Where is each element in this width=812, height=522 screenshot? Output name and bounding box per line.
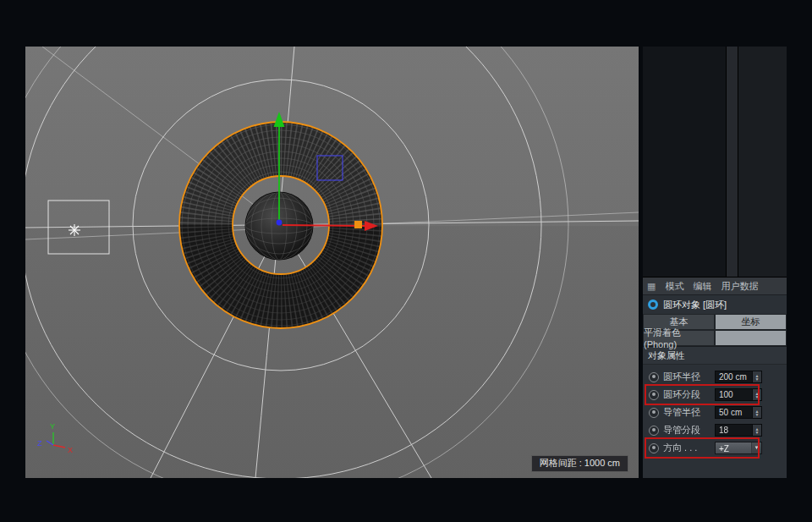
object-manager-column xyxy=(738,47,787,277)
panel-grid-icon: ▦ xyxy=(647,281,656,292)
menu-tab-userdata[interactable]: 用户数据 xyxy=(721,280,758,293)
scene-marker-icon xyxy=(69,224,80,236)
tab-phong[interactable]: 平滑着色(Phong) xyxy=(643,330,715,346)
radio-icon[interactable] xyxy=(649,408,659,418)
right-panel: ▦ 模式 编辑 用户数据 圆环对象 [圆环] 基本 坐标 平滑着色(Phong)… xyxy=(643,47,787,478)
axis-label-y: Y xyxy=(50,422,55,431)
chevron-down-icon: ▼ xyxy=(751,442,761,453)
attributes-panel: ▦ 模式 编辑 用户数据 圆环对象 [圆环] 基本 坐标 平滑着色(Phong)… xyxy=(643,277,787,478)
viewport-canvas[interactable]: Y X Z xyxy=(25,47,639,478)
radio-icon[interactable] xyxy=(649,443,659,453)
radio-icon[interactable] xyxy=(649,426,659,436)
gizmo-z-axis-dot[interactable] xyxy=(277,220,283,226)
ring-radius-input[interactable]: 200 cm ▲▼ xyxy=(715,371,762,383)
property-row-orientation: 方向 . . . +Z ▼ xyxy=(646,439,758,457)
viewport-3d[interactable]: Y X Z 网格间距 : 1000 cm xyxy=(25,47,639,478)
object-manager-area[interactable] xyxy=(643,47,787,277)
pipe-radius-input[interactable]: 50 cm ▲▼ xyxy=(715,406,762,419)
property-row-ring-radius: 圆环半径 200 cm ▲▼ xyxy=(646,368,758,386)
menu-tab-edit[interactable]: 编辑 xyxy=(693,280,711,293)
object-title: 圆环对象 [圆环] xyxy=(663,299,727,311)
orientation-dropdown[interactable]: +Z ▼ xyxy=(715,442,762,454)
tab-coordinates[interactable]: 坐标 xyxy=(715,314,787,330)
property-row-pipe-radius: 导管半径 50 cm ▲▼ xyxy=(646,404,758,421)
stepper-control[interactable]: ▲▼ xyxy=(752,425,761,436)
property-label: 导管半径 xyxy=(663,406,710,419)
panel-splitter[interactable] xyxy=(726,47,738,277)
property-rows: 圆环半径 200 cm ▲▼ 圆环分段 100 ▲▼ 导 xyxy=(643,365,787,457)
stepper-control[interactable]: ▲▼ xyxy=(752,389,761,400)
section-object-properties: 对象属性 xyxy=(643,346,787,365)
stepper-control[interactable]: ▲▼ xyxy=(752,407,761,418)
menu-tab-mode[interactable]: 模式 xyxy=(665,280,683,293)
attributes-menubar: ▦ 模式 编辑 用户数据 xyxy=(643,277,787,295)
property-label: 圆环半径 xyxy=(663,371,710,383)
property-row-ring-segments: 圆环分段 100 ▲▼ xyxy=(646,386,758,404)
property-label: 圆环分段 xyxy=(663,388,710,401)
grid-spacing-label: 网格间距 : 1000 cm xyxy=(531,455,628,472)
object-header-row: 圆环对象 [圆环] xyxy=(643,295,787,314)
torus-object-icon xyxy=(648,299,658,310)
ring-segments-input[interactable]: 100 ▲▼ xyxy=(715,388,762,401)
attribute-tabs: 基本 坐标 平滑着色(Phong) xyxy=(643,314,787,346)
radio-icon[interactable] xyxy=(649,390,659,400)
property-label: 方向 . . . xyxy=(663,442,710,454)
property-row-pipe-segments: 导管分段 18 ▲▼ xyxy=(646,421,758,439)
radio-icon[interactable] xyxy=(649,372,659,382)
application-window: Y X Z 网格间距 : 1000 cm ▦ 模式 编辑 用户数据 圆环对象 [… xyxy=(0,0,812,522)
pipe-segments-input[interactable]: 18 ▲▼ xyxy=(715,424,762,437)
property-label: 导管分段 xyxy=(663,424,710,437)
tab-strip-empty xyxy=(715,330,787,346)
gizmo-parameter-handle[interactable] xyxy=(354,221,362,228)
axis-label-x: X xyxy=(68,446,73,454)
gizmo-x-axis-handle[interactable] xyxy=(283,225,365,226)
axis-label-z: Z xyxy=(37,439,42,448)
stepper-control[interactable]: ▲▼ xyxy=(752,371,761,382)
